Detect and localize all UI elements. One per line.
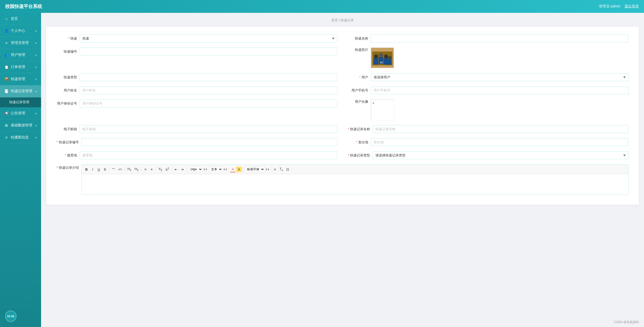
sidebar-item-notice-mgmt[interactable]: 📢 公告管理 ∨ xyxy=(0,107,41,119)
breadcrumb-home[interactable]: 首页 xyxy=(331,18,338,22)
sidebar-item-user-mgmt[interactable]: 👥 用户管理 ∨ xyxy=(0,49,41,61)
bold-button[interactable]: B xyxy=(84,167,89,172)
sidebar-item-label: 快递记录管理 xyxy=(11,89,32,94)
express-photo-group: 快递照片 13 xyxy=(348,48,629,68)
record-no-input[interactable]: 1681701948312 xyxy=(81,138,337,146)
form-row-4: 用户姓名 用户手机号 xyxy=(56,86,629,94)
user-id-label: 用户身份证号 xyxy=(56,101,77,106)
svg-point-4 xyxy=(384,54,388,59)
receiver-input[interactable] xyxy=(80,151,337,159)
user-avatar-group: 用户头像 ■ xyxy=(348,99,629,120)
italic-button[interactable]: I xyxy=(90,167,96,172)
carousel-icon: ≡ xyxy=(4,135,9,139)
express-name-label: 快递名称 xyxy=(348,36,368,41)
separator-3 xyxy=(141,167,141,171)
sidebar-item-personal[interactable]: 👤 个人中心 ∨ xyxy=(0,25,41,37)
notice-icon: 📢 xyxy=(4,111,9,115)
express-group: 快递 快递 xyxy=(56,34,337,42)
sidebar-item-order-mgmt[interactable]: 📋 订单管理 ∨ xyxy=(0,61,41,73)
sidebar-item-label: 用户管理 xyxy=(11,53,25,57)
form-row-2: 快递编号 1681701915697 快递照片 xyxy=(56,48,629,68)
record-no-group: 快递记录编号 1681701948312 xyxy=(56,138,337,146)
font-bg-button[interactable]: A xyxy=(236,167,242,172)
record-type-select[interactable]: 请选择快递记录类型 xyxy=(373,151,629,159)
sidebar-item-label: 公告管理 xyxy=(11,111,25,116)
chevron-down-icon: ∨ xyxy=(35,54,37,57)
sidebar-item-home[interactable]: ⌂ 首页 xyxy=(0,13,41,25)
align-left-button[interactable]: ≡ xyxy=(143,167,148,172)
indent-right-button[interactable]: ⇥ xyxy=(179,167,185,172)
receiver-label: 接受地 xyxy=(56,153,77,158)
user-phone-input[interactable] xyxy=(371,86,629,94)
align-center-button[interactable]: ≡ xyxy=(149,167,154,172)
svg-point-2 xyxy=(374,54,378,59)
h2-button[interactable]: H2 xyxy=(133,166,140,172)
express-photo-area[interactable]: 13 xyxy=(371,48,394,68)
user-id-group: 用户身份证号 xyxy=(56,99,337,107)
logout-button[interactable]: 退出登录 xyxy=(624,4,639,9)
h1-button[interactable]: H1 xyxy=(126,166,133,172)
format-clear-button[interactable]: Tx xyxy=(278,166,284,172)
chevron-down-icon: ∨ xyxy=(35,136,37,139)
home-icon: ⌂ xyxy=(4,17,9,21)
sidebar-item-admin-mgmt[interactable]: ≡ 管理员管理 ∨ xyxy=(0,37,41,49)
strikethrough-button[interactable]: S xyxy=(102,167,108,172)
separator-1 xyxy=(109,167,109,171)
code-button[interactable]: </> xyxy=(117,167,124,172)
express-no-input[interactable]: 1681701915697 xyxy=(80,48,337,55)
sidebar-item-express-mgmt[interactable]: 📦 快递管理 ∨ xyxy=(0,73,41,85)
insert-button[interactable]: ⊡ xyxy=(285,167,290,172)
user-select[interactable]: 请选择用户 xyxy=(371,73,629,81)
form-row-6: 电子邮箱 快递记录名称 xyxy=(56,125,629,133)
record-type-select-wrapper: 请选择快递记录类型 xyxy=(373,151,629,159)
sidebar-subitem-record[interactable]: 快递记录管理 xyxy=(0,97,41,107)
form-row-5: 用户身份证号 用户头像 ■ xyxy=(56,99,629,120)
editor-toolbar: B I U S "" </> H1 H2 ≡ ≡ X2 xyxy=(82,165,628,174)
app-title: 校园快递平台系统 xyxy=(5,3,42,10)
receiver-input-wrapper xyxy=(80,151,337,159)
superscript-button[interactable]: X2 xyxy=(164,166,171,172)
indent-left-button[interactable]: ⇤ xyxy=(173,167,179,172)
font-size-select[interactable]: 14px xyxy=(188,166,203,172)
express-type-input[interactable]: 快递类型4 xyxy=(80,73,337,81)
form-row-8: 接受地 快递记录类型 请选择快递记录类型 xyxy=(56,151,629,159)
username-input[interactable] xyxy=(80,86,337,94)
font-color-button[interactable]: A xyxy=(230,166,236,172)
editor-body[interactable] xyxy=(82,174,628,195)
subscript-button[interactable]: X2 xyxy=(157,166,164,172)
express-name-input[interactable]: 快递 xyxy=(371,34,629,42)
svg-rect-11 xyxy=(371,100,394,120)
separator-5 xyxy=(172,167,172,171)
svg-rect-6 xyxy=(374,58,378,64)
sidebar-item-record-mgmt[interactable]: 📑 快递记录管理 ∧ xyxy=(0,85,41,97)
form-row-1: 快递 快递 快递名称 快递 xyxy=(56,34,629,42)
user-avatar-area[interactable]: ■ xyxy=(371,99,394,120)
quote-button[interactable]: "" xyxy=(111,167,116,172)
email-input[interactable] xyxy=(80,125,337,133)
font-family-stepper: ⬆⬇ xyxy=(265,168,269,171)
record-name-label: 快递记录名称 xyxy=(348,127,370,132)
sidebar-item-carousel[interactable]: ≡ 轮播图信息 ∨ xyxy=(0,132,41,144)
form-row-7: 快递记录编号 1681701948312 发出地 xyxy=(56,138,629,146)
user-id-input[interactable] xyxy=(80,99,337,107)
record-name-input[interactable] xyxy=(373,125,629,133)
record-no-input-wrapper: 1681701948312 xyxy=(81,138,337,146)
sidebar-item-base-data[interactable]: ⊞ 基础数据管理 ∨ xyxy=(0,119,41,132)
form-card: 快递 快递 快递名称 快递 快递编号 1681701915697 xyxy=(46,27,639,205)
express-select[interactable]: 快递 xyxy=(80,34,337,42)
record-type-label: 快递记录类型 xyxy=(348,153,370,158)
origin-input[interactable] xyxy=(371,138,629,146)
separator-6 xyxy=(186,167,187,171)
user-phone-group: 用户手机号 xyxy=(348,86,629,94)
chevron-up-icon: ∧ xyxy=(35,90,37,93)
font-family-select[interactable]: 标准字体 xyxy=(245,166,265,172)
express-select-wrapper: 快递 xyxy=(80,34,337,42)
editor-section: 快递记录介绍 B I U S "" </> H1 H2 ≡ xyxy=(56,164,629,195)
line-height-button[interactable]: ≡ xyxy=(272,167,278,172)
text-type-select[interactable]: 文本 xyxy=(209,166,223,172)
chevron-down-icon: ∨ xyxy=(35,42,37,44)
sidebar-item-label: 轮播图信息 xyxy=(11,135,29,140)
chevron-down-icon: ∨ xyxy=(35,30,37,32)
underline-button[interactable]: U xyxy=(96,167,102,172)
username-input-wrapper xyxy=(80,86,337,94)
